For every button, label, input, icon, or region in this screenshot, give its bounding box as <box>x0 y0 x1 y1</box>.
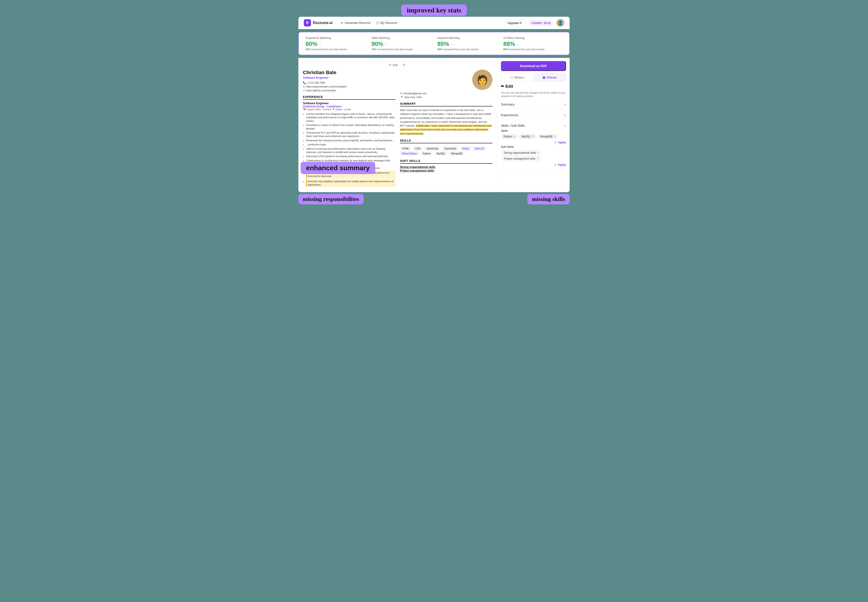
summary-highlight: Additionally, I have experience in devel… <box>400 124 492 135</box>
candidate-title: Software Engineer <box>303 76 396 79</box>
logo[interactable]: R Rezzume.ai <box>304 19 333 26</box>
logo-icon: R <box>304 19 311 26</box>
accordion-skills: Skills / Soft Skills ∧ Skills Python ✕ M… <box>501 121 566 172</box>
stat-value-skills: 90% <box>372 40 383 47</box>
soft-skills-list: Strong organizational skills Project man… <box>400 166 493 172</box>
skill-remove-mongodb[interactable]: ✕ <box>554 135 556 138</box>
skills-section-title: SKILLS <box>400 139 493 143</box>
skills-apply-row: ✓ Apply <box>501 139 566 145</box>
job-meta: 📅 August 2023 - Current 📍 Dubai - onsite <box>303 108 396 111</box>
contact-phone: 📞 1-212-456-7890 <box>303 81 396 84</box>
resume-close-button[interactable]: ✕ <box>402 62 406 68</box>
contact-location: 📍 New York, USA <box>400 96 493 99</box>
nav-my-resume[interactable]: ☐ My Resume <box>376 21 397 25</box>
right-panel: Download as PDF ☐ Modern ▣ Classic ✏ Edi… <box>497 58 570 192</box>
summary-section-title: SUMMARY <box>400 102 493 106</box>
skill-chip-mysql: MySQL <box>434 152 447 155</box>
accordion-experiences: Experiences ∨ <box>501 111 566 119</box>
skill-chip-nextjs: Next.JS <box>473 146 486 150</box>
email-icon: ✉ <box>400 92 402 95</box>
edit-section-header: ✏ Edit <box>501 84 566 89</box>
skill-chip-mongodb: MongoDB <box>449 152 465 155</box>
candidate-name: Christian Bale <box>303 70 396 75</box>
main-content: ✏ Edit ✕ Christian Bale Software Enginee… <box>298 58 570 192</box>
linkedin-icon: in <box>303 85 305 88</box>
tab-classic[interactable]: ▣ Classic <box>534 74 566 81</box>
soft-skill-pm: Project management skills <box>400 169 493 172</box>
experience-section-title: EXPERIENCE <box>303 95 396 100</box>
resume-actions-row: ✏ Edit ✕ <box>303 62 492 68</box>
bottom-annotations: missing responsibilites missing skills <box>298 194 570 204</box>
skills-edit-section: Skills Python ✕ MySQL ✕ MongoDB ✕ <box>501 127 566 169</box>
skill-chip-python: Python <box>421 152 433 155</box>
bullet-item: Led the transition from Magento legacy c… <box>306 112 396 123</box>
contact-linkedin: in https://www.linkedin.com/in/christian… <box>303 85 396 88</box>
accordion-experiences-header[interactable]: Experiences ∨ <box>501 113 566 117</box>
phone-icon: 📞 <box>303 81 306 84</box>
skill-chip-ts: TypeScript <box>442 146 459 150</box>
nav-generate-resume[interactable]: ✦ Generate Resume <box>340 21 371 25</box>
location-icon: 📍 <box>400 96 403 99</box>
resume-panel: ✏ Edit ✕ Christian Bale Software Enginee… <box>298 58 497 192</box>
chevron-down-icon: ∨ <box>564 113 566 117</box>
soft-skills-section-title: SOFT SKILLS <box>400 159 493 164</box>
contact-github: ⬡ https://github.com/christian <box>303 89 396 92</box>
stat-experience-matching: Experience Matching 80% ↑ 60% Increased … <box>304 35 367 52</box>
skills-edit-label: Skills <box>501 129 566 132</box>
soft-skills-tags-row: Strong organizational skills ✕ Project m… <box>501 150 566 162</box>
chevron-down-icon: ∨ <box>564 103 566 106</box>
bullet-item: Improving CI/CD pipelines increasing per… <box>306 155 396 158</box>
skills-apply-button[interactable]: ✓ Apply <box>554 141 566 144</box>
resume-right-col: 🧑 ✉ christian@gmail.com 📍 New York, USA … <box>400 70 493 187</box>
skill-chip-html: HTML <box>400 146 411 150</box>
summary-text: With more than six years of hands-on exp… <box>400 108 493 136</box>
stat-skills-matching: Skills Matching 90% ↑ 70% Increased from… <box>370 35 433 52</box>
accordion-skills-header[interactable]: Skills / Soft Skills ∧ <box>501 124 566 127</box>
annotation-missing-responsibilities: missing responsibilites <box>298 194 364 204</box>
soft-skills-edit-label: Soft Skills <box>501 145 566 149</box>
contact-email: ✉ christian@gmail.com <box>400 92 493 95</box>
soft-skill-org: Strong organizational skills <box>400 166 493 169</box>
avatar[interactable]: 👤 <box>557 19 564 27</box>
job-bullets: Led the transition from Magento legacy c… <box>303 112 396 142</box>
soft-skills-apply-button[interactable]: ✓ Apply <box>554 163 566 166</box>
github-icon: ⬡ <box>303 89 305 92</box>
skill-remove-python[interactable]: ✕ <box>513 135 515 138</box>
bullet-item: Transformed PLP and PDP by optimizing co… <box>306 131 396 138</box>
nav-right: Upgrade ⟳ Credits: 15 ◎ 👤 <box>504 19 564 27</box>
stat-ai-filters: AI Filters Passing 88% ↑ 68% Increased f… <box>501 35 565 52</box>
nav-links: ✦ Generate Resume ☐ My Resume <box>340 21 397 25</box>
bullet-item: ...production bugs. <box>306 143 396 146</box>
upgrade-button[interactable]: Upgrade ⟳ <box>504 20 525 26</box>
stat-value-keyword: 85% <box>437 40 449 47</box>
soft-skill-tag-org: Strong organizational skills ✕ <box>501 150 542 155</box>
logo-text: Rezzume.ai <box>313 21 333 25</box>
tab-modern[interactable]: ☐ Modern <box>501 74 534 81</box>
soft-skill-remove-org[interactable]: ✕ <box>537 151 539 154</box>
bullet-item: Developed a custom UI library from scrat… <box>306 123 396 131</box>
skill-tag-python: Python ✕ <box>501 134 517 139</box>
job-title: Software Engineer <box>303 101 396 105</box>
annotation-missing-skills: missing skills <box>528 194 570 204</box>
skill-chip-react: React <box>460 146 471 150</box>
candidate-photo: 🧑 <box>472 70 492 90</box>
bullet-item: Revamped the checkout journey using Grap… <box>306 139 396 142</box>
stat-value-ai: 88% <box>503 40 515 47</box>
skill-tag-mysql: MySQL ✕ <box>520 134 536 139</box>
stats-bar: Experience Matching 80% ↑ 60% Increased … <box>298 32 570 55</box>
stat-keyword-matching: Keyword Matching 85% ↑ 65% Increased fro… <box>435 35 499 52</box>
skill-remove-mysql[interactable]: ✕ <box>532 135 534 138</box>
soft-skill-tag-pm: Project management skills ✕ <box>501 156 541 161</box>
annotation-enhanced-summary: enhanced summary <box>301 162 375 174</box>
skill-chip-react-native: React-Native <box>400 152 419 155</box>
skills-chips: HTML CSS JavaScript TypeScript React Nex… <box>400 146 493 156</box>
download-pdf-button[interactable]: Download as PDF <box>501 61 566 71</box>
skill-tag-mongodb: MongoDB ✕ <box>538 134 558 139</box>
navbar: R Rezzume.ai ✦ Generate Resume ☐ My Resu… <box>298 17 570 29</box>
bullet-item-highlight: Ensured cross-platform optimization for … <box>306 179 396 187</box>
resume-edit-button[interactable]: ✏ Edit <box>389 62 397 68</box>
annotation-improved-key-stats: improved key stats <box>401 5 466 16</box>
accordion-summary-header[interactable]: Summary ∨ <box>501 103 566 106</box>
soft-skill-remove-pm[interactable]: ✕ <box>537 157 539 160</box>
accordion-summary: Summary ∨ <box>501 100 566 109</box>
